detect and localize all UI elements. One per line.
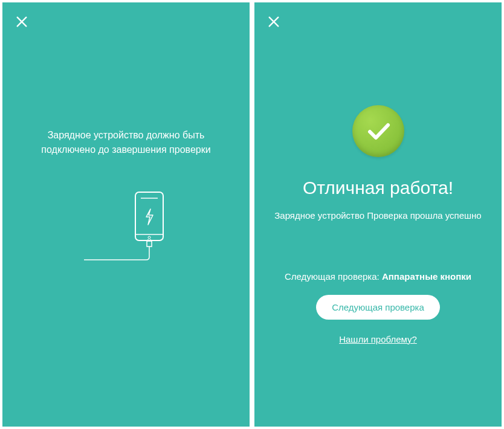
phone-charging-icon <box>66 187 187 272</box>
checkmark-icon <box>364 117 393 146</box>
screen-test-success: Отличная работа! Зарядное устройство Про… <box>254 2 502 427</box>
next-check-prefix: Следующая проверка: <box>285 271 382 282</box>
success-badge <box>352 105 404 157</box>
screen1-content: Зарядное устройство должно быть подключе… <box>2 2 250 427</box>
svg-rect-4 <box>147 241 152 247</box>
close-button[interactable] <box>13 13 30 30</box>
next-check-name: Аппаратные кнопки <box>382 271 471 282</box>
problem-link[interactable]: Нашли проблему? <box>339 334 417 344</box>
svg-rect-0 <box>135 192 163 240</box>
screen-charger-test: Зарядное устройство должно быть подключе… <box>2 2 250 427</box>
success-title: Отличная работа! <box>303 178 453 198</box>
close-icon <box>267 15 280 28</box>
next-check-button[interactable]: Следующая проверка <box>316 295 440 320</box>
close-button[interactable] <box>265 13 282 30</box>
close-icon <box>15 15 28 28</box>
instruction-text: Зарядное устройство должно быть подключе… <box>2 128 250 157</box>
next-check-label: Следующая проверка: Аппаратные кнопки <box>285 271 471 282</box>
success-subtitle: Зарядное устройство Проверка прошла успе… <box>256 209 499 223</box>
screen2-content: Отличная работа! Зарядное устройство Про… <box>254 2 502 427</box>
svg-point-3 <box>148 236 150 239</box>
